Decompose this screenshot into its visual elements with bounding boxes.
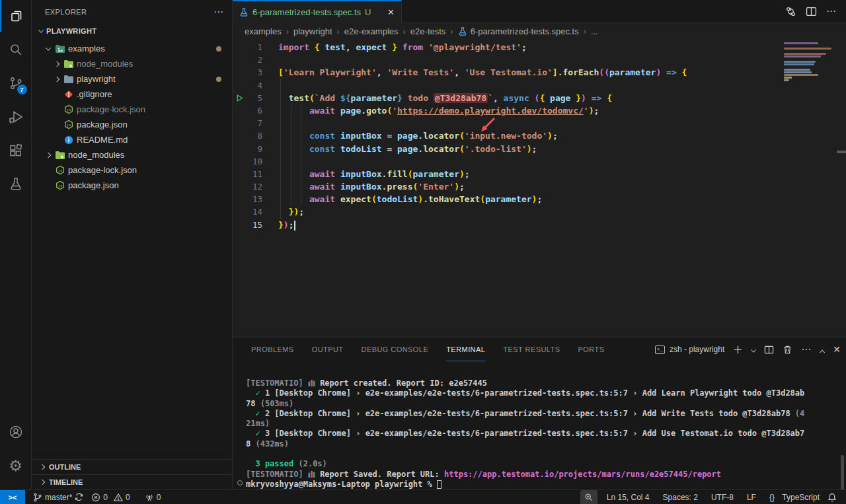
terminal-output[interactable]: [TESTOMATIO] Report created. Report ID: …: [246, 378, 837, 489]
breadcrumb-item[interactable]: ...: [591, 26, 598, 36]
testing-icon[interactable]: [0, 168, 32, 200]
new-terminal-icon[interactable]: [733, 345, 743, 355]
tab-spec-file[interactable]: 6-parametrized-tests.spec.ts U ✕: [233, 0, 402, 23]
account-icon[interactable]: [0, 416, 32, 448]
code-line-4[interactable]: 4: [233, 79, 846, 92]
tree-item-node-modules[interactable]: node_modules: [32, 147, 232, 162]
test-id-tag: @T3d28ab78: [434, 93, 488, 103]
problems-status[interactable]: 0 0: [87, 490, 134, 504]
settings-gear-icon[interactable]: ⚙: [0, 450, 32, 482]
tree-item-package-lock-json[interactable]: jspackage-lock.json: [32, 102, 232, 117]
zoom-status[interactable]: [580, 490, 597, 504]
panel-tab-terminal[interactable]: TERMINAL: [446, 338, 485, 361]
file-tree: examplesnode_modulesplaywright.gitignore…: [32, 41, 232, 193]
search-icon[interactable]: [0, 34, 32, 65]
code-line-14[interactable]: 14 });: [233, 205, 846, 218]
code-editor[interactable]: 1import { test, expect } from '@playwrig…: [233, 40, 846, 337]
breadcrumb-item[interactable]: 6-parametrized-tests.spec.ts: [458, 26, 579, 36]
tree-item-package-lock-json[interactable]: jspackage-lock.json: [32, 162, 232, 178]
editor-area: 6-parametrized-tests.spec.ts U ✕ ⋯ examp…: [233, 0, 846, 489]
breadcrumb-separator: ›: [584, 26, 586, 36]
tree-item-package-json[interactable]: jspackage.json: [32, 178, 232, 193]
remote-indicator[interactable]: ><: [0, 490, 25, 504]
terminal-dropdown-icon[interactable]: [751, 345, 755, 355]
run-test-icon[interactable]: [233, 92, 246, 104]
report-url-link[interactable]: https://app.testomat.io/projects/mars/ru…: [444, 470, 721, 479]
code-line-1[interactable]: 1import { test, expect } from '@playwrig…: [233, 41, 846, 54]
tree-item-readme-md[interactable]: README.md: [32, 132, 232, 147]
source-control-icon[interactable]: 7: [0, 67, 32, 99]
tree-item-playwright[interactable]: playwright: [32, 71, 232, 87]
code-line-6[interactable]: 6 await page.goto('https://demo.playwrig…: [233, 104, 846, 117]
split-terminal-icon[interactable]: [764, 345, 774, 355]
outline-section[interactable]: OUTLINE: [32, 459, 232, 474]
close-panel-icon[interactable]: ✕: [833, 344, 841, 355]
editor-scrollbar[interactable]: [837, 151, 846, 153]
timeline-section[interactable]: TIMELINE: [32, 474, 232, 489]
terminal-instance[interactable]: >_ zsh - playwright: [655, 345, 724, 354]
notifications-bell-icon[interactable]: [824, 490, 841, 504]
code-line-9[interactable]: 9 const todoList = page.locator('.todo-l…: [233, 143, 846, 155]
code-line-10[interactable]: 10: [233, 155, 846, 168]
git-branch-status[interactable]: master*: [29, 490, 87, 504]
encoding-status[interactable]: UTF-8: [707, 490, 738, 504]
tree-item-label: README.md: [77, 135, 128, 145]
code-line-13[interactable]: 13 await expect(todoList).toHaveText(par…: [233, 193, 846, 205]
breadcrumb-item[interactable]: examples: [245, 26, 282, 36]
panel-tab-ports[interactable]: PORTS: [578, 338, 605, 361]
code-line-11[interactable]: 11 await inputBox.fill(parameter);: [233, 168, 846, 180]
panel-tab-debug-console[interactable]: DEBUG CONSOLE: [362, 338, 429, 361]
code-line-15[interactable]: 15});: [233, 219, 846, 231]
cursor-position-status[interactable]: Ln 15, Col 4: [603, 490, 654, 504]
panel-more-actions-icon[interactable]: ⋯: [801, 343, 812, 355]
code-line-3[interactable]: 3['Learn Playwright', 'Write Tests', 'Us…: [233, 66, 846, 79]
breadcrumb-separator: ›: [403, 26, 406, 36]
language-status[interactable]: {} TypeScript: [765, 490, 824, 504]
tree-item-label: node_modules: [77, 59, 133, 69]
extensions-icon[interactable]: [0, 135, 32, 166]
split-editor-icon[interactable]: [806, 6, 817, 17]
vscode-window: 7 ⚙ EXPLORER ⋯ PLAYWRIGHT examplesnode_m…: [0, 0, 846, 504]
tree-item-label: examples: [68, 44, 105, 54]
code-line-12[interactable]: 12 await inputBox.press('Enter');: [233, 180, 846, 193]
code-line-2[interactable]: 2: [233, 54, 846, 66]
breadcrumb-item[interactable]: e2e-examples: [344, 26, 399, 36]
terminal-prompt-icon: >_: [655, 345, 665, 354]
panel-tab-problems[interactable]: PROBLEMS: [251, 338, 294, 361]
panel-tab-test-results[interactable]: TEST RESULTS: [503, 338, 560, 361]
explorer-icon[interactable]: [0, 0, 32, 32]
errors-icon: [91, 493, 100, 502]
kill-terminal-icon[interactable]: [783, 345, 792, 355]
eol-status[interactable]: LF: [743, 490, 760, 504]
close-tab-icon[interactable]: ✕: [387, 7, 395, 17]
breadcrumb-item[interactable]: e2e-tests: [410, 26, 445, 36]
folder-green-icon: [62, 59, 75, 69]
ports-status[interactable]: 0: [141, 490, 165, 504]
explorer-more-actions-icon[interactable]: ⋯: [213, 6, 224, 18]
run-and-debug-icon[interactable]: [0, 101, 32, 133]
indentation-status[interactable]: Spaces: 2: [659, 490, 702, 504]
source-control-graph-icon[interactable]: [785, 6, 796, 17]
minimap[interactable]: [784, 42, 834, 82]
code-line-8[interactable]: 8 const inputBox = page.locator('input.n…: [233, 129, 846, 142]
json-icon: js: [54, 180, 67, 190]
code-line-5[interactable]: 5 test(`Add ${parameter} todo @T3d28ab78…: [233, 92, 846, 104]
breadcrumb-item[interactable]: playwright: [293, 26, 332, 36]
panel-tab-output[interactable]: OUTPUT: [312, 338, 344, 361]
terminal-row: 8 (432ms): [246, 439, 837, 449]
tree-item-node-modules[interactable]: node_modules: [32, 56, 232, 71]
terminal-row: 3 passed (2.0s): [246, 459, 837, 469]
tree-item--gitignore[interactable]: .gitignore: [32, 87, 232, 102]
workspace-section-header[interactable]: PLAYWRIGHT: [32, 23, 232, 38]
json-icon: js: [54, 165, 67, 175]
editor-more-actions-icon[interactable]: ⋯: [826, 5, 837, 17]
tree-item-package-json[interactable]: jspackage.json: [32, 117, 232, 132]
zoom-in-icon: [584, 493, 594, 502]
code-line-7[interactable]: 7: [233, 117, 846, 129]
tab-title: 6-parametrized-tests.spec.ts: [252, 7, 361, 17]
command-decoration-icon[interactable]: [237, 480, 243, 486]
folder-green-icon: [54, 151, 67, 160]
test-file-flask-icon: [239, 7, 249, 17]
tree-item-examples[interactable]: examples: [32, 41, 232, 56]
maximize-panel-icon[interactable]: [820, 345, 824, 355]
